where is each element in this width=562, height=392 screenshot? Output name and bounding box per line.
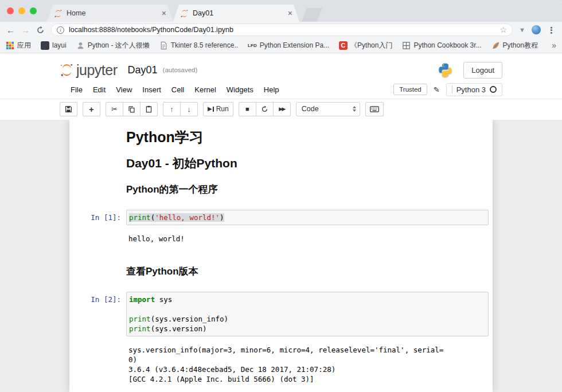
menu-widgets[interactable]: Widgets xyxy=(221,84,259,95)
code-line xyxy=(129,304,486,314)
menu-cell[interactable]: Cell xyxy=(166,84,189,95)
jupyter-logo-icon xyxy=(60,62,74,78)
page-info-icon[interactable]: i xyxy=(57,26,64,34)
jupyter-toolbar: + ✂ ↑ ↓ ▶ Run ■ xyxy=(0,99,562,120)
zoom-window-button[interactable] xyxy=(30,7,37,14)
move-cell-up-button[interactable]: ↑ xyxy=(163,102,181,116)
add-cell-button[interactable]: + xyxy=(83,102,100,116)
menu-view[interactable]: View xyxy=(111,84,137,95)
bookmark-star-icon[interactable]: ☆ xyxy=(500,25,508,34)
markdown-cell-day01[interactable]: Day01 - 初始Python xyxy=(69,153,493,174)
code-token: ) xyxy=(220,213,224,222)
command-palette-button[interactable] xyxy=(365,102,384,116)
prompt-gutter xyxy=(73,265,126,278)
notebook-title[interactable]: Day01 xyxy=(128,64,158,76)
bookmark-apps[interactable]: 应用 xyxy=(6,41,31,50)
play-icon: ▶ xyxy=(208,106,212,112)
prompt-gutter xyxy=(73,183,126,196)
text-selection: print('hello, world!') xyxy=(129,213,224,222)
copy-icon xyxy=(128,105,135,113)
menu-help[interactable]: Help xyxy=(259,84,284,95)
paste-cell-button[interactable] xyxy=(140,102,158,116)
bookmark-python-blog[interactable]: Python - 这个人很懒 xyxy=(76,41,150,50)
keyboard-icon xyxy=(370,106,379,112)
code-token: print xyxy=(129,324,151,333)
output-cell-1: hello, world! xyxy=(69,228,493,249)
trusted-button[interactable]: Trusted xyxy=(393,84,427,95)
code-cell-1[interactable]: In [1]: print('hello, world!') xyxy=(69,207,493,228)
menu-file[interactable]: File xyxy=(65,84,88,95)
markdown-cell-check-version[interactable]: 查看Python版本 xyxy=(69,262,493,281)
window-controls xyxy=(7,7,37,14)
stop-icon: ■ xyxy=(245,106,249,112)
globe-icon[interactable] xyxy=(532,25,541,34)
kernel-name: Python 3 xyxy=(456,85,486,94)
bookmark-label: Tkinter 8.5 reference.. xyxy=(171,41,238,49)
restart-run-all-button[interactable]: ▶▶ xyxy=(273,102,291,116)
notebook-scroll-area[interactable]: Python学习 Day01 - 初始Python Python的第一个程序 I… xyxy=(0,120,562,392)
divider xyxy=(452,85,452,93)
bookmark-label: Python Cookbook 3r... xyxy=(413,41,481,49)
interrupt-kernel-button[interactable]: ■ xyxy=(239,102,256,116)
menu-kernel[interactable]: Kernel xyxy=(189,84,221,95)
bookmark-python-tutorial[interactable]: Python教程 xyxy=(491,41,538,50)
tab-day01[interactable]: Day01 × xyxy=(173,5,299,22)
download-icon[interactable]: ▼ xyxy=(519,27,525,33)
tab-home[interactable]: Home × xyxy=(47,5,173,22)
cell-type-select[interactable]: Code xyxy=(296,102,360,116)
select-arrows-icon xyxy=(353,106,356,112)
bookmark-python-intro[interactable]: C 《Python入门 xyxy=(339,41,392,50)
bookmarks-overflow-icon[interactable]: » xyxy=(552,41,556,50)
kernel-indicator: Python 3 xyxy=(446,83,502,96)
code-input[interactable]: print('hello, world!') xyxy=(126,210,489,225)
menu-insert[interactable]: Insert xyxy=(137,84,166,95)
jupyter-favicon xyxy=(180,9,189,18)
restart-kernel-button[interactable] xyxy=(256,102,274,116)
bookmark-label: Python教程 xyxy=(503,41,538,50)
move-cell-down-button[interactable]: ↓ xyxy=(180,102,198,116)
notebook-page: Python学习 Day01 - 初始Python Python的第一个程序 I… xyxy=(69,120,493,392)
output-line: sys.version_info(major=3, minor=6, micro… xyxy=(128,345,487,355)
jupyter-favicon xyxy=(54,9,63,18)
menu-edit[interactable]: Edit xyxy=(88,84,111,95)
code-input[interactable]: import sys print(sys.version_info) print… xyxy=(126,292,489,336)
reload-icon[interactable] xyxy=(36,26,45,34)
bookmark-python-cookbook[interactable]: Python Cookbook 3r... xyxy=(402,41,481,50)
bookmark-tkinter[interactable]: Tkinter 8.5 reference.. xyxy=(159,41,238,50)
bookmark-python-extension[interactable]: LFD Python Extension Pa... xyxy=(248,41,329,50)
minimize-window-button[interactable] xyxy=(18,7,25,14)
cut-cell-button[interactable]: ✂ xyxy=(106,102,123,116)
prompt-gutter xyxy=(73,128,126,146)
markdown-cell-first-program[interactable]: Python的第一个程序 xyxy=(69,181,493,199)
run-cell-button[interactable]: ▶ Run xyxy=(203,102,233,116)
logout-button[interactable]: Logout xyxy=(463,62,502,79)
layui-favicon xyxy=(41,41,49,50)
back-icon[interactable]: ← xyxy=(6,26,15,34)
kernel-idle-icon xyxy=(490,86,497,93)
edit-mode-pencil-icon: ✎ xyxy=(434,85,440,94)
close-window-button[interactable] xyxy=(7,7,14,14)
step-bar-icon xyxy=(213,107,214,112)
markdown-cell-title[interactable]: Python学习 xyxy=(69,126,493,148)
heading-python-study: Python学习 xyxy=(126,128,489,146)
code-line: print(sys.version) xyxy=(129,324,486,334)
code-cell-2[interactable]: In [2]: import sys print(sys.version_inf… xyxy=(69,289,493,339)
run-label: Run xyxy=(216,105,229,113)
browser-window: Home × Day01 × ← → i localhost:8888/note… xyxy=(0,0,562,392)
copy-cell-button[interactable] xyxy=(123,102,140,116)
bookmark-layui[interactable]: layui xyxy=(41,41,67,50)
close-tab-icon[interactable]: × xyxy=(288,9,292,17)
plus-icon: + xyxy=(89,105,94,113)
forward-icon[interactable]: → xyxy=(21,26,30,34)
browser-menu-icon[interactable]: ⋮ xyxy=(547,26,556,34)
url-text[interactable]: localhost:8888/notebooks/PythonCode/Day0… xyxy=(69,26,495,34)
jupyter-logo[interactable]: jupyter xyxy=(60,62,118,79)
new-tab-button[interactable] xyxy=(302,8,322,22)
save-button[interactable] xyxy=(60,102,77,116)
person-favicon xyxy=(76,41,85,50)
close-tab-icon[interactable]: × xyxy=(162,9,166,17)
code-line: print('hello, world!') xyxy=(129,213,486,222)
lfd-favicon: LFD xyxy=(248,41,257,50)
document-favicon xyxy=(159,41,168,50)
address-bar[interactable]: i localhost:8888/notebooks/PythonCode/Da… xyxy=(51,23,513,36)
